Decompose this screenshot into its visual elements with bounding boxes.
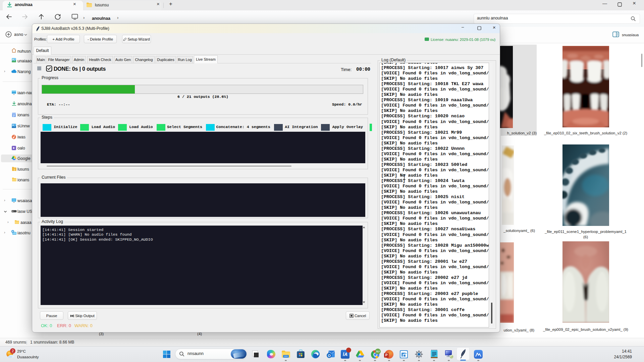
- svg-text:O: O: [328, 354, 331, 358]
